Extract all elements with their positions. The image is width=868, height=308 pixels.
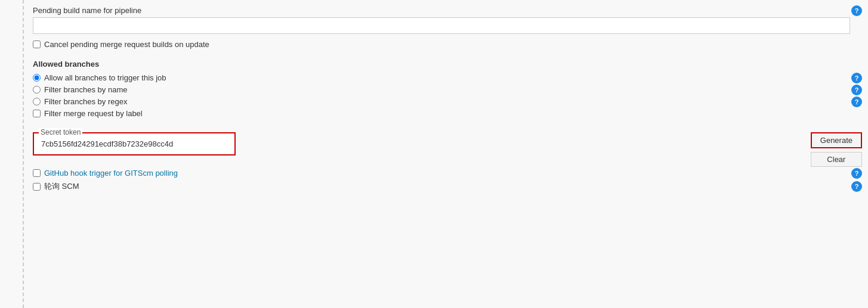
pending-build-section: Pending build name for pipeline ? (0, 0, 868, 38)
radio-all-row: Allow all branches to trigger this job ? (33, 73, 850, 82)
github-hook-content: GitHub hook trigger for GITScm polling (33, 169, 178, 178)
poll-scm-checkbox[interactable] (33, 183, 41, 191)
allowed-branches-section: Allowed branches Allow all branches to t… (0, 57, 868, 126)
github-hook-row: GitHub hook trigger for GITScm polling ? (33, 169, 850, 178)
checkbox-label-content: Filter merge request by label (33, 109, 850, 118)
allowed-branches-title: Allowed branches (33, 60, 850, 69)
filter-merge-request-checkbox[interactable] (33, 110, 41, 117)
radio-filter-by-regex[interactable] (33, 98, 41, 105)
page-wrapper: Pending build name for pipeline ? Cancel… (0, 0, 868, 308)
github-hook-label[interactable]: GitHub hook trigger for GITScm polling (44, 169, 178, 178)
poll-scm-help-icon[interactable]: ? (851, 181, 862, 192)
cancel-pending-checkbox[interactable] (33, 41, 41, 48)
github-hook-help-icon[interactable]: ? (851, 168, 862, 179)
pending-build-input[interactable] (33, 17, 850, 34)
poll-scm-row: 轮询 SCM ? (33, 181, 850, 192)
poll-scm-label: 轮询 SCM (44, 181, 79, 192)
allow-all-help-icon[interactable]: ? (851, 73, 862, 83)
pending-build-input-row (33, 17, 850, 34)
radio-all-label: Allow all branches to trigger this job (44, 73, 166, 82)
radio-name-label: Filter branches by name (44, 85, 127, 94)
cancel-pending-label: Cancel pending merge request builds on u… (44, 40, 209, 49)
clear-button[interactable]: Clear (811, 152, 862, 167)
radio-name-row: Filter branches by name ? (33, 85, 850, 94)
radio-filter-by-name[interactable] (33, 86, 41, 94)
cancel-pending-row: Cancel pending merge request builds on u… (33, 40, 850, 49)
secret-token-input[interactable] (41, 139, 226, 148)
bottom-checkboxes-section: GitHub hook trigger for GITScm polling ?… (0, 160, 868, 200)
pending-build-label: Pending build name for pipeline (33, 6, 141, 15)
secret-token-box: Secret token (33, 132, 236, 155)
secret-token-section: Secret token Generate Clear (0, 126, 868, 160)
checkbox-label-row: Filter merge request by label (33, 109, 850, 118)
token-actions: Generate Clear (811, 132, 862, 167)
radio-regex-label: Filter branches by regex (44, 97, 127, 106)
radio-all-branches[interactable] (33, 74, 41, 82)
filter-label-label: Filter merge request by label (44, 109, 143, 118)
secret-token-label: Secret token (39, 128, 82, 136)
poll-scm-content: 轮询 SCM (33, 181, 79, 192)
filter-name-help-icon[interactable]: ? (851, 85, 862, 95)
radio-regex-content: Filter branches by regex (33, 97, 127, 106)
radio-name-content: Filter branches by name (33, 85, 127, 94)
filter-regex-help-icon[interactable]: ? (851, 97, 862, 107)
pending-build-help-icon[interactable]: ? (851, 5, 862, 16)
github-hook-checkbox[interactable] (33, 169, 41, 177)
cancel-pending-section: Cancel pending merge request builds on u… (0, 38, 868, 57)
generate-button[interactable]: Generate (811, 132, 862, 148)
radio-all-content: Allow all branches to trigger this job (33, 73, 166, 82)
radio-regex-row: Filter branches by regex ? (33, 97, 850, 106)
